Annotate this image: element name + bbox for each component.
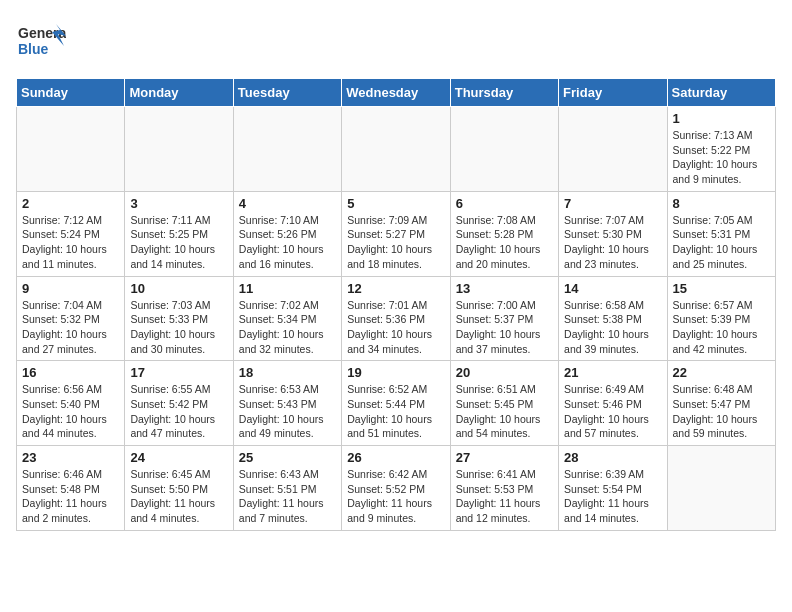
day-cell — [233, 107, 341, 192]
day-number: 18 — [239, 365, 336, 380]
day-cell — [342, 107, 450, 192]
day-number: 1 — [673, 111, 770, 126]
weekday-header-tuesday: Tuesday — [233, 79, 341, 107]
day-info: Sunrise: 7:11 AM Sunset: 5:25 PM Dayligh… — [130, 213, 227, 272]
week-row-4: 16Sunrise: 6:56 AM Sunset: 5:40 PM Dayli… — [17, 361, 776, 446]
calendar-table: SundayMondayTuesdayWednesdayThursdayFrid… — [16, 78, 776, 531]
weekday-header-wednesday: Wednesday — [342, 79, 450, 107]
day-cell: 8Sunrise: 7:05 AM Sunset: 5:31 PM Daylig… — [667, 191, 775, 276]
day-number: 24 — [130, 450, 227, 465]
day-number: 11 — [239, 281, 336, 296]
day-cell: 3Sunrise: 7:11 AM Sunset: 5:25 PM Daylig… — [125, 191, 233, 276]
day-cell — [450, 107, 558, 192]
day-number: 21 — [564, 365, 661, 380]
day-number: 17 — [130, 365, 227, 380]
day-info: Sunrise: 6:39 AM Sunset: 5:54 PM Dayligh… — [564, 467, 661, 526]
day-cell: 21Sunrise: 6:49 AM Sunset: 5:46 PM Dayli… — [559, 361, 667, 446]
weekday-header-saturday: Saturday — [667, 79, 775, 107]
day-info: Sunrise: 7:02 AM Sunset: 5:34 PM Dayligh… — [239, 298, 336, 357]
day-number: 16 — [22, 365, 119, 380]
day-cell: 19Sunrise: 6:52 AM Sunset: 5:44 PM Dayli… — [342, 361, 450, 446]
logo: General Blue — [16, 16, 66, 70]
day-info: Sunrise: 6:42 AM Sunset: 5:52 PM Dayligh… — [347, 467, 444, 526]
day-number: 22 — [673, 365, 770, 380]
day-cell: 28Sunrise: 6:39 AM Sunset: 5:54 PM Dayli… — [559, 446, 667, 531]
day-info: Sunrise: 6:46 AM Sunset: 5:48 PM Dayligh… — [22, 467, 119, 526]
day-cell: 4Sunrise: 7:10 AM Sunset: 5:26 PM Daylig… — [233, 191, 341, 276]
day-info: Sunrise: 6:49 AM Sunset: 5:46 PM Dayligh… — [564, 382, 661, 441]
day-info: Sunrise: 7:03 AM Sunset: 5:33 PM Dayligh… — [130, 298, 227, 357]
day-info: Sunrise: 7:09 AM Sunset: 5:27 PM Dayligh… — [347, 213, 444, 272]
day-cell: 15Sunrise: 6:57 AM Sunset: 5:39 PM Dayli… — [667, 276, 775, 361]
day-cell: 22Sunrise: 6:48 AM Sunset: 5:47 PM Dayli… — [667, 361, 775, 446]
weekday-header-row: SundayMondayTuesdayWednesdayThursdayFrid… — [17, 79, 776, 107]
day-info: Sunrise: 6:57 AM Sunset: 5:39 PM Dayligh… — [673, 298, 770, 357]
day-cell: 12Sunrise: 7:01 AM Sunset: 5:36 PM Dayli… — [342, 276, 450, 361]
day-cell — [125, 107, 233, 192]
day-cell: 16Sunrise: 6:56 AM Sunset: 5:40 PM Dayli… — [17, 361, 125, 446]
week-row-2: 2Sunrise: 7:12 AM Sunset: 5:24 PM Daylig… — [17, 191, 776, 276]
day-number: 19 — [347, 365, 444, 380]
day-cell: 26Sunrise: 6:42 AM Sunset: 5:52 PM Dayli… — [342, 446, 450, 531]
day-number: 13 — [456, 281, 553, 296]
weekday-header-monday: Monday — [125, 79, 233, 107]
weekday-header-friday: Friday — [559, 79, 667, 107]
week-row-3: 9Sunrise: 7:04 AM Sunset: 5:32 PM Daylig… — [17, 276, 776, 361]
day-info: Sunrise: 6:52 AM Sunset: 5:44 PM Dayligh… — [347, 382, 444, 441]
day-info: Sunrise: 6:55 AM Sunset: 5:42 PM Dayligh… — [130, 382, 227, 441]
day-info: Sunrise: 6:48 AM Sunset: 5:47 PM Dayligh… — [673, 382, 770, 441]
day-info: Sunrise: 7:00 AM Sunset: 5:37 PM Dayligh… — [456, 298, 553, 357]
day-info: Sunrise: 6:56 AM Sunset: 5:40 PM Dayligh… — [22, 382, 119, 441]
day-number: 6 — [456, 196, 553, 211]
day-info: Sunrise: 6:43 AM Sunset: 5:51 PM Dayligh… — [239, 467, 336, 526]
day-cell — [667, 446, 775, 531]
day-cell: 23Sunrise: 6:46 AM Sunset: 5:48 PM Dayli… — [17, 446, 125, 531]
day-cell: 24Sunrise: 6:45 AM Sunset: 5:50 PM Dayli… — [125, 446, 233, 531]
day-info: Sunrise: 6:53 AM Sunset: 5:43 PM Dayligh… — [239, 382, 336, 441]
day-number: 26 — [347, 450, 444, 465]
day-info: Sunrise: 7:01 AM Sunset: 5:36 PM Dayligh… — [347, 298, 444, 357]
day-cell: 5Sunrise: 7:09 AM Sunset: 5:27 PM Daylig… — [342, 191, 450, 276]
day-cell: 11Sunrise: 7:02 AM Sunset: 5:34 PM Dayli… — [233, 276, 341, 361]
day-info: Sunrise: 7:05 AM Sunset: 5:31 PM Dayligh… — [673, 213, 770, 272]
day-cell: 2Sunrise: 7:12 AM Sunset: 5:24 PM Daylig… — [17, 191, 125, 276]
day-number: 28 — [564, 450, 661, 465]
day-number: 2 — [22, 196, 119, 211]
day-info: Sunrise: 7:13 AM Sunset: 5:22 PM Dayligh… — [673, 128, 770, 187]
day-number: 25 — [239, 450, 336, 465]
day-cell: 20Sunrise: 6:51 AM Sunset: 5:45 PM Dayli… — [450, 361, 558, 446]
week-row-5: 23Sunrise: 6:46 AM Sunset: 5:48 PM Dayli… — [17, 446, 776, 531]
header: General Blue — [16, 16, 776, 70]
day-cell: 1Sunrise: 7:13 AM Sunset: 5:22 PM Daylig… — [667, 107, 775, 192]
day-info: Sunrise: 6:51 AM Sunset: 5:45 PM Dayligh… — [456, 382, 553, 441]
day-info: Sunrise: 7:04 AM Sunset: 5:32 PM Dayligh… — [22, 298, 119, 357]
day-info: Sunrise: 6:58 AM Sunset: 5:38 PM Dayligh… — [564, 298, 661, 357]
day-info: Sunrise: 6:45 AM Sunset: 5:50 PM Dayligh… — [130, 467, 227, 526]
day-info: Sunrise: 7:10 AM Sunset: 5:26 PM Dayligh… — [239, 213, 336, 272]
day-number: 10 — [130, 281, 227, 296]
day-number: 4 — [239, 196, 336, 211]
weekday-header-sunday: Sunday — [17, 79, 125, 107]
svg-text:Blue: Blue — [18, 41, 49, 57]
day-cell: 17Sunrise: 6:55 AM Sunset: 5:42 PM Dayli… — [125, 361, 233, 446]
day-cell — [559, 107, 667, 192]
day-number: 7 — [564, 196, 661, 211]
day-cell — [17, 107, 125, 192]
day-number: 23 — [22, 450, 119, 465]
day-info: Sunrise: 7:12 AM Sunset: 5:24 PM Dayligh… — [22, 213, 119, 272]
day-cell: 25Sunrise: 6:43 AM Sunset: 5:51 PM Dayli… — [233, 446, 341, 531]
day-info: Sunrise: 7:08 AM Sunset: 5:28 PM Dayligh… — [456, 213, 553, 272]
day-cell: 14Sunrise: 6:58 AM Sunset: 5:38 PM Dayli… — [559, 276, 667, 361]
day-cell: 7Sunrise: 7:07 AM Sunset: 5:30 PM Daylig… — [559, 191, 667, 276]
day-info: Sunrise: 7:07 AM Sunset: 5:30 PM Dayligh… — [564, 213, 661, 272]
day-number: 20 — [456, 365, 553, 380]
weekday-header-thursday: Thursday — [450, 79, 558, 107]
day-number: 14 — [564, 281, 661, 296]
day-info: Sunrise: 6:41 AM Sunset: 5:53 PM Dayligh… — [456, 467, 553, 526]
day-cell: 27Sunrise: 6:41 AM Sunset: 5:53 PM Dayli… — [450, 446, 558, 531]
day-number: 5 — [347, 196, 444, 211]
day-number: 15 — [673, 281, 770, 296]
day-cell: 9Sunrise: 7:04 AM Sunset: 5:32 PM Daylig… — [17, 276, 125, 361]
day-cell: 13Sunrise: 7:00 AM Sunset: 5:37 PM Dayli… — [450, 276, 558, 361]
day-number: 9 — [22, 281, 119, 296]
